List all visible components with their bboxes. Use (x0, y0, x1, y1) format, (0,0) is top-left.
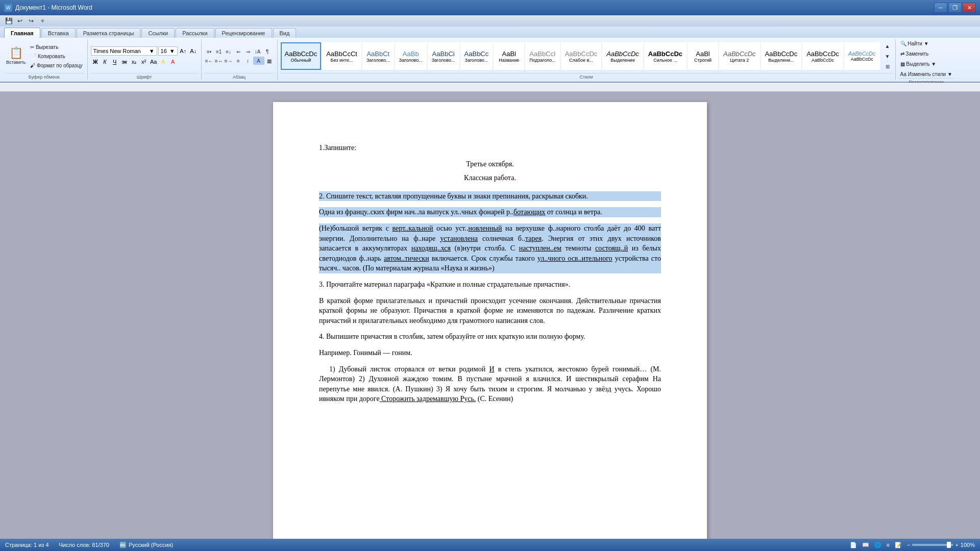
bullet-list-button[interactable]: ≡• (205, 47, 214, 56)
view-normal-icon[interactable]: 📄 (850, 542, 857, 548)
tab-view[interactable]: Вид (273, 28, 297, 38)
zoom-in-button[interactable]: + (955, 542, 958, 548)
paragraph-content: ≡• ≡1 ≡↓ ⇐ ⇒ ↕A ¶ ≡← ≡↔ ≡→ ≡ ↕ A ▦ (205, 39, 274, 73)
strikethrough-button[interactable]: зк (120, 58, 129, 66)
border-button[interactable]: ▦ (265, 57, 274, 65)
style-strict[interactable]: AaBl Строгий (688, 42, 718, 70)
style-heading2[interactable]: AaBb Заголово... (395, 42, 427, 70)
increase-indent-button[interactable]: ⇒ (243, 47, 253, 56)
zoom-thumb (947, 542, 951, 548)
italic-button[interactable]: К (101, 58, 110, 66)
line2-text: Классная работа. (319, 173, 661, 183)
style-quote2[interactable]: AaBbCcDc Цитата 2 (719, 42, 760, 70)
para2-text: (Не)большой ветряк с верт..кальной осью … (319, 223, 661, 273)
view-draft-icon[interactable]: 📝 (895, 542, 902, 548)
align-center-button[interactable]: ≡↔ (214, 57, 224, 65)
font-size-input[interactable]: 16 ▼ (158, 46, 178, 56)
zoom-bar: − + 100% (907, 542, 975, 548)
close-button[interactable]: ✕ (963, 3, 976, 13)
align-right-button[interactable]: ≡→ (224, 57, 233, 65)
clear-format-button[interactable]: Аa (149, 58, 158, 66)
tab-mailings[interactable]: Рассылки (176, 28, 214, 38)
format-row: Ж К Ч зк x₂ x² Аa A A (91, 58, 198, 66)
multilevel-list-button[interactable]: ≡↓ (224, 47, 233, 56)
numbered-list-button[interactable]: ≡1 (214, 47, 224, 56)
font-color-button[interactable]: A (168, 58, 178, 66)
list-buttons: ≡• ≡1 ≡↓ ⇐ ⇒ ↕A ¶ (205, 47, 274, 56)
view-web-icon[interactable]: 🌐 (874, 542, 881, 548)
styles-expand[interactable]: ⊞ (883, 62, 892, 70)
show-marks-button[interactable]: ¶ (263, 47, 272, 56)
tab-insert[interactable]: Вставка (41, 28, 76, 38)
para4-text: 1) Дубовый листок оторвался от ветки род… (319, 364, 661, 404)
tab-references[interactable]: Ссылки (141, 28, 175, 38)
font-grow-button[interactable]: A↑ (179, 47, 188, 55)
align-left-button[interactable]: ≡← (205, 57, 214, 65)
redo-quick-button[interactable]: ↪ (27, 16, 36, 26)
find-button[interactable]: 🔍 Найти ▼ (899, 39, 930, 47)
task3-text: 3. Прочитайте материал параграфа «Кратки… (319, 280, 661, 290)
restore-button[interactable]: ❐ (948, 3, 962, 13)
minimize-button[interactable]: ─ (934, 3, 947, 13)
window-controls: ─ ❐ ✕ (934, 3, 976, 13)
style-heading1[interactable]: AaBbCt Заголово... (362, 42, 394, 70)
paste-button[interactable]: 📋 Вставить (4, 43, 28, 69)
font-name-input[interactable]: Times New Roman ▼ (91, 46, 157, 56)
style-strong[interactable]: AaBbCcDc Сильное ... (644, 42, 687, 70)
example-text: Например. Гонимый — гоним. (319, 348, 661, 358)
sort-button[interactable]: ↕A (253, 47, 262, 56)
replace-button[interactable]: ⇄ Заменить (899, 49, 930, 58)
style-normal[interactable]: AaBbCcDc Обычный (281, 42, 322, 70)
subscript-button[interactable]: x₂ (130, 58, 139, 66)
shading-button[interactable]: A (253, 57, 264, 65)
line-spacing-button[interactable]: ↕ (243, 57, 253, 65)
save-quick-button[interactable]: 💾 (4, 16, 13, 26)
tab-review[interactable]: Рецензирование (215, 28, 272, 38)
decrease-indent-button[interactable]: ⇐ (234, 47, 243, 56)
para3-text: В краткой форме прилагательных и причаст… (319, 296, 661, 326)
style-subtitle[interactable]: AaBbCcI Подзаголо... (525, 42, 559, 70)
superscript-button[interactable]: x² (139, 58, 149, 66)
style-extra1[interactable]: AaBbCcDc AaBbCcDc (802, 42, 843, 70)
styles-label: Стили (281, 73, 892, 80)
font-shrink-button[interactable]: A↓ (189, 47, 198, 55)
tab-home[interactable]: Главная (4, 28, 40, 38)
font-selector: Times New Roman ▼ 16 ▼ A↑ A↓ Ж К Ч зк x₂ (91, 46, 198, 66)
view-outline-icon[interactable]: ≡ (887, 542, 890, 548)
editing-content: 🔍 Найти ▼ ⇄ Заменить ▦ Выделить ▼ Аа Изм… (899, 39, 954, 78)
change-styles-button[interactable]: Аа Изменить стили ▼ (899, 70, 954, 78)
word-count: Число слов: 81/370 (59, 542, 109, 548)
bold-button[interactable]: Ж (91, 58, 100, 66)
styles-scroll-up[interactable]: ▲ (883, 42, 892, 50)
style-heading3[interactable]: AaBbCi Заголово... (428, 42, 459, 70)
zoom-slider[interactable] (912, 544, 953, 546)
format-painter-button[interactable]: 🖌 Формат по образцу (29, 61, 84, 69)
style-extra2[interactable]: AaBbCcDc AaBbCcDc (844, 42, 880, 70)
language: 🔤 Русский (Россия) (119, 542, 173, 548)
undo-quick-button[interactable]: ↩ (15, 16, 24, 26)
document-scroll[interactable]: 1.Запишите: Третье октября. Классная раб… (0, 92, 980, 539)
cut-button[interactable]: ✂ Вырезать (29, 43, 84, 51)
style-title[interactable]: AaBl Название (494, 42, 524, 70)
styles-scroll-down[interactable]: ▼ (883, 52, 892, 60)
justify-button[interactable]: ≡ (234, 57, 243, 65)
zoom-out-button[interactable]: − (907, 542, 910, 548)
select-button[interactable]: ▦ Выделить ▼ (899, 60, 938, 68)
style-subtle-emphasis[interactable]: AaBbCcDc Слабое в... (561, 42, 602, 70)
style-heading4[interactable]: AaBbCc Заголово... (460, 42, 493, 70)
style-no-spacing[interactable]: AaBbCcCt Без инте... (322, 42, 361, 70)
task1-text: 1.Запишите: (319, 143, 661, 153)
tab-page-layout[interactable]: Разметка страницы (77, 28, 141, 38)
style-mark[interactable]: AaBbCcDc Выделени... (761, 42, 802, 70)
underline-button[interactable]: Ч (110, 58, 119, 66)
font-label: Шрифт (91, 73, 198, 80)
highlight-button[interactable]: A (159, 58, 168, 66)
copy-button[interactable]: 📄 Копировать (29, 52, 84, 60)
document-area: 1.Запишите: Третье октября. Классная раб… (0, 92, 980, 539)
paragraph-group: ≡• ≡1 ≡↓ ⇐ ⇒ ↕A ¶ ≡← ≡↔ ≡→ ≡ ↕ A ▦ (203, 39, 278, 80)
style-emphasis[interactable]: AaBbCcDc Выделение (602, 42, 643, 70)
zoom-level: 100% (961, 542, 975, 548)
status-bar: Страница: 1 из 4 Число слов: 81/370 🔤 Ру… (0, 539, 980, 551)
view-reading-icon[interactable]: 📖 (862, 542, 869, 548)
editing-group: 🔍 Найти ▼ ⇄ Заменить ▦ Выделить ▼ Аа Изм… (897, 39, 957, 80)
